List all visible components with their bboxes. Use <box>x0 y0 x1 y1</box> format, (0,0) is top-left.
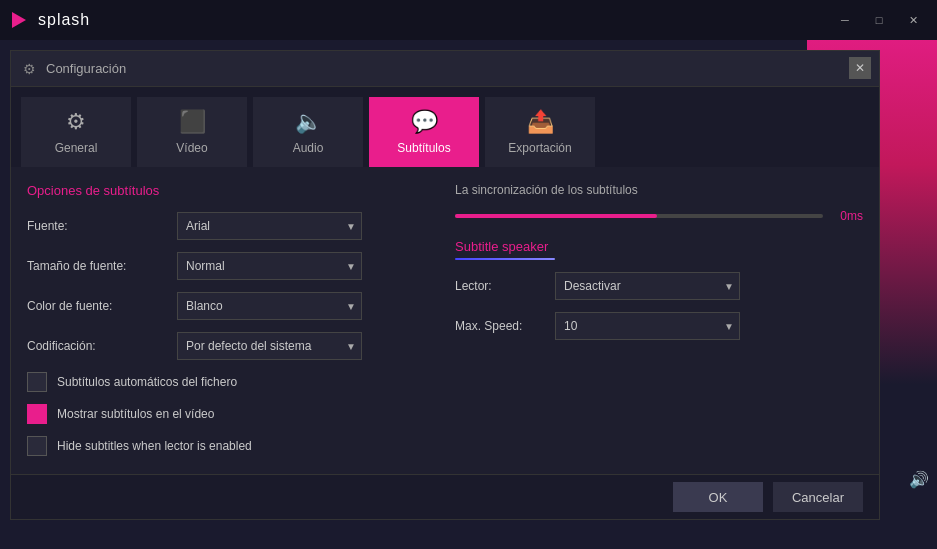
general-tab-label: General <box>55 141 98 155</box>
export-tab-label: Exportación <box>508 141 571 155</box>
dialog-content: Opciones de subtítulos Fuente: Arial ▼ T… <box>11 167 879 484</box>
show-sub-checkbox[interactable] <box>27 404 47 424</box>
tab-video[interactable]: ⬛ Vídeo <box>137 97 247 167</box>
tab-bar: ⚙ General ⬛ Vídeo 🔈 Audio 💬 Subtítulos 📤… <box>11 87 879 167</box>
lector-row: Lector: Desactivar ▼ <box>455 272 863 300</box>
dialog-title: Configuración <box>46 61 126 76</box>
speaker-title: Subtitle speaker <box>455 239 863 254</box>
general-tab-icon: ⚙ <box>66 109 86 135</box>
ok-button[interactable]: OK <box>673 482 763 512</box>
hide-sub-checkbox[interactable] <box>27 436 47 456</box>
minimize-button[interactable]: ─ <box>829 6 861 34</box>
auto-sub-label: Subtítulos automáticos del fichero <box>57 375 237 389</box>
tab-general[interactable]: ⚙ General <box>21 97 131 167</box>
lector-label: Lector: <box>455 279 555 293</box>
tamano-label: Tamaño de fuente: <box>27 259 177 273</box>
color-select-wrapper: Blanco ▼ <box>177 292 362 320</box>
fuente-select-wrapper: Arial ▼ <box>177 212 362 240</box>
show-sub-label: Mostrar subtítulos en el vídeo <box>57 407 214 421</box>
audio-tab-icon: 🔈 <box>295 109 322 135</box>
tab-export[interactable]: 📤 Exportación <box>485 97 595 167</box>
app-name: splash <box>38 11 90 29</box>
tab-subtitles[interactable]: 💬 Subtítulos <box>369 97 479 167</box>
color-label: Color de fuente: <box>27 299 177 313</box>
codificacion-row: Codificación: Por defecto del sistema ▼ <box>27 332 435 360</box>
tamano-row: Tamaño de fuente: Normal ▼ <box>27 252 435 280</box>
speaker-underline <box>455 258 555 260</box>
maxspeed-row: Max. Speed: 10 ▼ <box>455 312 863 340</box>
app-logo-icon <box>8 9 30 31</box>
window-close-button[interactable]: ✕ <box>897 6 929 34</box>
sync-slider-value: 0ms <box>833 209 863 223</box>
color-row: Color de fuente: Blanco ▼ <box>27 292 435 320</box>
settings-icon: ⚙ <box>23 61 36 77</box>
lector-select-wrapper: Desactivar ▼ <box>555 272 740 300</box>
show-sub-row: Mostrar subtítulos en el vídeo <box>27 404 435 424</box>
svg-marker-0 <box>12 12 26 28</box>
left-panel: Opciones de subtítulos Fuente: Arial ▼ T… <box>27 183 435 468</box>
cancel-button[interactable]: Cancelar <box>773 482 863 512</box>
dialog-close-button[interactable]: ✕ <box>849 57 871 79</box>
maxspeed-label: Max. Speed: <box>455 319 555 333</box>
tamano-select-wrapper: Normal ▼ <box>177 252 362 280</box>
title-bar-left: splash <box>8 9 90 31</box>
subtitle-options-title: Opciones de subtítulos <box>27 183 435 198</box>
video-tab-label: Vídeo <box>176 141 207 155</box>
maxspeed-select[interactable]: 10 <box>555 312 740 340</box>
dialog-footer: OK Cancelar <box>11 474 879 519</box>
sync-title: La sincronización de los subtítulos <box>455 183 863 197</box>
subtitles-tab-icon: 💬 <box>411 109 438 135</box>
settings-dialog: ⚙ Configuración ✕ ⚙ General ⬛ Vídeo 🔈 Au… <box>10 50 880 520</box>
right-panel: La sincronización de los subtítulos 0ms … <box>455 183 863 468</box>
sync-slider-fill <box>455 214 657 218</box>
fuente-row: Fuente: Arial ▼ <box>27 212 435 240</box>
sync-slider-track[interactable] <box>455 214 823 218</box>
codificacion-select[interactable]: Por defecto del sistema <box>177 332 362 360</box>
subtitles-tab-label: Subtítulos <box>397 141 450 155</box>
tamano-select[interactable]: Normal <box>177 252 362 280</box>
codificacion-select-wrapper: Por defecto del sistema ▼ <box>177 332 362 360</box>
hide-sub-label: Hide subtitles when lector is enabled <box>57 439 252 453</box>
dialog-overlay: ⚙ Configuración ✕ ⚙ General ⬛ Vídeo 🔈 Au… <box>0 40 937 549</box>
fuente-label: Fuente: <box>27 219 177 233</box>
auto-sub-row: Subtítulos automáticos del fichero <box>27 372 435 392</box>
lector-select[interactable]: Desactivar <box>555 272 740 300</box>
export-tab-icon: 📤 <box>527 109 554 135</box>
title-bar: splash ─ □ ✕ <box>0 0 937 40</box>
auto-sub-checkbox[interactable] <box>27 372 47 392</box>
video-tab-icon: ⬛ <box>179 109 206 135</box>
dialog-title-bar: ⚙ Configuración ✕ <box>11 51 879 87</box>
color-select[interactable]: Blanco <box>177 292 362 320</box>
maximize-button[interactable]: □ <box>863 6 895 34</box>
window-controls: ─ □ ✕ <box>829 6 929 34</box>
maxspeed-select-wrapper: 10 ▼ <box>555 312 740 340</box>
audio-tab-label: Audio <box>293 141 324 155</box>
hide-sub-row: Hide subtitles when lector is enabled <box>27 436 435 456</box>
codificacion-label: Codificación: <box>27 339 177 353</box>
tab-audio[interactable]: 🔈 Audio <box>253 97 363 167</box>
fuente-select[interactable]: Arial <box>177 212 362 240</box>
sync-slider-row: 0ms <box>455 209 863 223</box>
